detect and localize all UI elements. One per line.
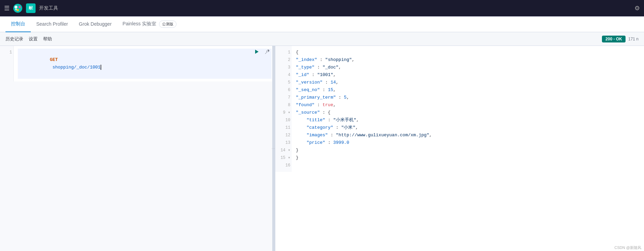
response-inner: 123456789 ▾1011121314 ▾15 ▾16 {"_index" … <box>275 46 644 172</box>
response-line-number: 1 <box>278 49 290 56</box>
tab-painless[interactable]: Painless 实验室 公测版 <box>117 16 182 32</box>
cursor <box>101 65 101 70</box>
nav-tabs: 控制台 Search Profiler Grok Debugger Painle… <box>0 16 644 32</box>
response-line-number: 7 <box>278 94 290 101</box>
top-bar-right: ⚙ <box>634 4 640 12</box>
response-line: "_seq_no" : 15, <box>296 86 641 94</box>
main-content: 1 GET shopping/_doc/1001 <box>0 46 644 251</box>
run-button[interactable] <box>252 47 261 56</box>
tab-console[interactable]: 控制台 <box>5 16 31 32</box>
response-line: "category" : "小米", <box>296 124 641 131</box>
response-code-content: {"_index" : "shopping","_type" : "_doc",… <box>292 46 644 172</box>
response-line-numbers: 123456789 ▾1011121314 ▾15 ▾16 <box>275 46 292 172</box>
editor-toolbar <box>252 47 272 56</box>
tab-search-profiler[interactable]: Search Profiler <box>31 16 74 32</box>
response-line-number: 15 ▾ <box>278 154 290 162</box>
response-line-number: 5 <box>278 79 290 86</box>
response-line-number: 2 <box>278 56 290 64</box>
response-line: "_id" : "1001", <box>296 71 641 79</box>
response-line: "found" : true, <box>296 101 641 109</box>
elastic-logo <box>13 3 23 13</box>
response-line: { <box>296 49 641 56</box>
response-line: } <box>296 154 641 162</box>
response-line: "_source" : { <box>296 109 641 116</box>
response-line-number: 4 <box>278 71 290 79</box>
http-url: shopping/_doc/1001 <box>50 65 101 70</box>
response-panel: 123456789 ▾1011121314 ▾15 ▾16 {"_index" … <box>275 46 644 251</box>
status-badge: 200 - OK <box>602 36 626 42</box>
response-line-number: 11 <box>278 124 290 131</box>
secondary-toolbar: 历史记录 设置 帮助 200 - OK 171 n <box>0 32 644 46</box>
code-editor[interactable]: 1 GET shopping/_doc/1001 <box>0 46 274 251</box>
size-info: 171 n <box>628 37 639 41</box>
response-line: "_primary_term" : 5, <box>296 94 641 101</box>
footer-text: CSDN @新随风 <box>615 246 641 250</box>
help-button[interactable]: 帮助 <box>43 36 52 42</box>
response-line: } <box>296 147 641 154</box>
settings-button[interactable]: 设置 <box>29 36 38 42</box>
editor-panel: 1 GET shopping/_doc/1001 <box>0 46 275 251</box>
editor-code-content[interactable]: GET shopping/_doc/1001 <box>14 46 274 81</box>
svg-point-1 <box>14 5 17 9</box>
resize-handle[interactable]: ⋮ <box>272 46 274 251</box>
http-method: GET <box>50 57 58 62</box>
response-line: "price" : 3999.0 <box>296 139 641 147</box>
painless-badge: 公测版 <box>159 21 176 28</box>
response-line-number: 8 <box>278 101 290 109</box>
tab-grok-debugger[interactable]: Grok Debugger <box>74 16 117 32</box>
response-line-number: 3 <box>278 64 290 71</box>
top-bar: ☰ 献 开发工具 ⚙ <box>0 0 644 16</box>
app-title: 开发工具 <box>39 5 631 11</box>
response-line-number: 6 <box>278 86 290 94</box>
svg-point-4 <box>15 8 17 10</box>
response-line-number: 9 ▾ <box>278 109 290 116</box>
menu-icon[interactable]: ☰ <box>4 4 10 12</box>
toolbar-right: 200 - OK 171 n <box>602 36 639 42</box>
line-number: 1 <box>3 49 12 56</box>
svg-point-5 <box>19 8 21 10</box>
response-line-number: 16 <box>278 162 290 169</box>
response-line-number: 14 ▾ <box>278 147 290 154</box>
svg-marker-6 <box>255 50 259 54</box>
response-line-number: 13 <box>278 139 290 147</box>
settings-icon[interactable]: ⚙ <box>634 5 640 12</box>
wrench-button[interactable] <box>263 47 272 56</box>
response-line: "title" : "小米手机", <box>296 116 641 124</box>
response-line-number: 10 <box>278 116 290 124</box>
response-line: "_index" : "shopping", <box>296 56 641 64</box>
footer: CSDN @新随风 <box>612 244 644 251</box>
svg-point-0 <box>13 3 22 12</box>
resize-dots: ⋮ <box>272 147 275 150</box>
editor-line-numbers: 1 <box>0 46 14 81</box>
svg-point-2 <box>18 6 21 8</box>
history-button[interactable]: 历史记录 <box>5 36 23 42</box>
response-line: "_type" : "_doc", <box>296 64 641 71</box>
editor-line-1[interactable]: GET shopping/_doc/1001 <box>18 49 272 79</box>
response-line: "images" : "http://www.gulixueyuan.com/x… <box>296 131 641 139</box>
response-line: "_version" : 14, <box>296 79 641 86</box>
svg-point-3 <box>17 9 19 11</box>
avatar[interactable]: 献 <box>26 3 36 13</box>
response-line-number: 12 <box>278 131 290 139</box>
